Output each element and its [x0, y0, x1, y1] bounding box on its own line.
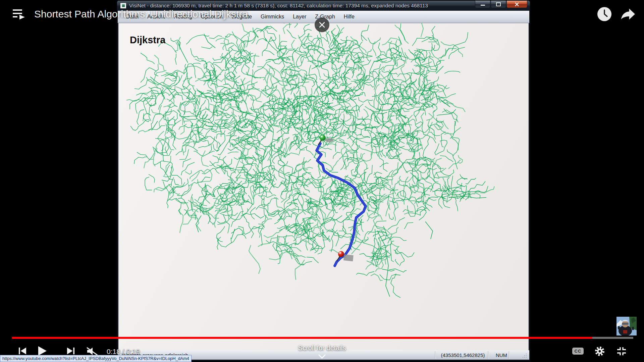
close-x-icon	[515, 2, 519, 6]
minimize-icon	[481, 5, 485, 6]
maximize-icon	[496, 2, 501, 6]
statusbar-divider	[509, 351, 509, 359]
watch-later-icon[interactable]	[597, 7, 612, 21]
share-icon[interactable]	[620, 7, 635, 21]
preview-thumbnail	[616, 317, 637, 335]
video-title[interactable]: Shortest Path Algorithms: Unidirectional…	[34, 8, 248, 20]
scroll-for-details[interactable]: Scroll for details	[0, 344, 644, 352]
playlist-queue-icon[interactable]	[12, 8, 26, 20]
status-url-tooltip: https://www.youtube.com/watch?list=PLtcA…	[0, 355, 192, 362]
resize-grip[interactable]	[523, 354, 527, 358]
network-map-svg	[118, 23, 529, 350]
close-overlay-button[interactable]	[315, 17, 329, 32]
menu-item-gimmicks[interactable]: Gimmicks	[256, 14, 288, 20]
youtube-player: VisiNet - distance: 106930 m, travel tim…	[0, 0, 644, 362]
map-canvas[interactable]: Dijkstra	[118, 23, 529, 350]
numlock-indicator: NUM	[492, 352, 511, 358]
video-frame[interactable]: VisiNet - distance: 106930 m, travel tim…	[116, 0, 531, 362]
chevron-down-icon[interactable]	[318, 354, 326, 359]
progress-played	[12, 337, 592, 339]
menu-item-layer[interactable]: Layer	[288, 14, 311, 20]
statusbar-divider	[435, 351, 435, 359]
thumbnail-image	[616, 317, 637, 335]
minimize-button[interactable]	[475, 1, 490, 8]
progress-bar[interactable]	[12, 337, 633, 339]
close-button[interactable]	[506, 1, 527, 8]
menu-item-hilfe[interactable]: Hilfe	[339, 14, 359, 20]
statusbar-divider	[488, 351, 488, 359]
captions-button[interactable]: CC	[572, 348, 584, 355]
visinet-app-icon	[120, 3, 126, 8]
coordinates-readout: (4353501,5462825)	[438, 352, 488, 358]
maximize-button[interactable]	[491, 1, 506, 8]
settings-gear-icon[interactable]	[594, 346, 605, 357]
close-x-icon	[319, 21, 325, 28]
fullscreen-exit-icon[interactable]	[616, 347, 627, 356]
visinet-window: VisiNet - distance: 106930 m, travel tim…	[117, 1, 530, 361]
algorithm-label: Dijkstra	[130, 35, 165, 46]
